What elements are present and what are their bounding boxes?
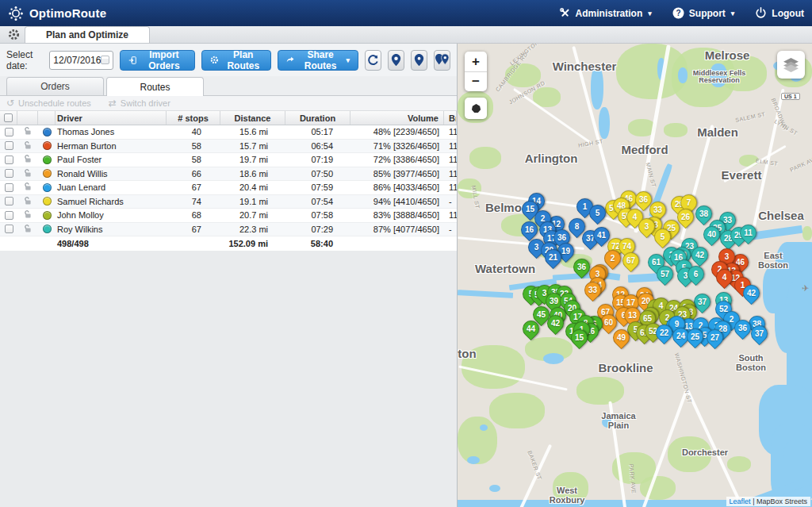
plan-routes-button[interactable]: Plan Routes (201, 50, 271, 71)
map-water-area (489, 485, 500, 492)
map-street-label: LYNN ST (773, 118, 799, 136)
map-park-area (462, 345, 525, 389)
pin-star-button[interactable] (388, 50, 404, 71)
row-checkbox[interactable] (5, 156, 13, 164)
total-distance: 152.09 mi (220, 239, 285, 248)
select-all-checkbox[interactable] (4, 113, 13, 122)
brand-text: OptimoRoute (29, 6, 106, 20)
zoom-in-button[interactable]: + (465, 52, 487, 71)
routes-action-bar: ↺ Unschedule routes ⇄ Switch driver (0, 96, 457, 111)
route-row[interactable]: John Molloy6820.7 mi07:5883% [3888/4650]… (0, 209, 457, 223)
logout-button[interactable]: Logout (755, 7, 804, 19)
layers-button[interactable] (777, 51, 805, 79)
map-park-area (664, 123, 688, 137)
zoom-out-button[interactable]: − (465, 71, 487, 91)
map-water-area (678, 67, 688, 83)
import-orders-button[interactable]: Import Orders (120, 50, 195, 71)
row-checkbox[interactable] (5, 169, 13, 178)
map-water-area (783, 440, 812, 504)
map-pin[interactable]: 37 (748, 322, 772, 346)
col-distance[interactable]: Distance (220, 111, 285, 125)
route-row[interactable]: Roy Wilkins6722.3 mi07:2987% [4077/4650]… (0, 223, 457, 237)
toolbar: Select date: 12/07/2016 Import Orders (0, 44, 457, 76)
tab-orders[interactable]: Orders (6, 77, 104, 95)
select-date-label: Select date: (6, 49, 43, 71)
menu-support[interactable]: ? Support ▾ (672, 7, 735, 19)
route-color-dot (43, 225, 52, 233)
map-water-area (467, 456, 480, 464)
row-checkbox[interactable] (5, 141, 13, 150)
module-tabstrip: Plan and Optimize (0, 26, 812, 44)
unlock-icon (23, 209, 33, 221)
tab-plan-and-optimize[interactable]: Plan and Optimize (25, 26, 150, 43)
unschedule-routes-button[interactable]: ↺ Unschedule routes (6, 98, 91, 109)
row-checkbox[interactable] (5, 128, 13, 136)
layers-icon (783, 57, 799, 72)
left-panel-filler (0, 251, 457, 507)
polygon-select-button[interactable] (465, 98, 487, 119)
map-park-area (802, 226, 812, 240)
import-icon (128, 55, 136, 66)
map-park-area (668, 436, 711, 472)
power-icon (755, 7, 767, 19)
unlock-icon (23, 168, 33, 179)
total-stops: 498/498 (56, 239, 167, 248)
chevron-down-icon: ▾ (648, 10, 652, 17)
leaflet-link[interactable]: Leaflet (730, 497, 751, 505)
map-water-area (710, 63, 727, 87)
map-street-label: PARK AVE (789, 155, 812, 172)
route-color-dot (43, 183, 52, 192)
route-color-dot (43, 128, 52, 136)
route-row[interactable]: Ronald Willis6618.6 mi07:5085% [3977/465… (0, 167, 457, 182)
map[interactable]: + − US 1 ✈ WinchesterMelroseMiddlesex Fe… (458, 44, 812, 507)
row-checkbox[interactable] (5, 183, 13, 192)
route-row[interactable]: Samuel Richards7419.1 mi07:5494% [4410/4… (0, 195, 457, 209)
share-arrow-icon (286, 55, 294, 65)
row-checkbox[interactable] (5, 197, 13, 205)
col-volume[interactable]: Volume (350, 111, 444, 125)
map-street-label: SALEM ST (735, 111, 766, 123)
pin-icon (413, 53, 425, 67)
col-break[interactable]: Break (444, 111, 457, 125)
col-stops[interactable]: # stops (167, 111, 220, 125)
calendar-icon[interactable] (101, 56, 109, 64)
menu-administration[interactable]: Administration ▾ (559, 7, 652, 19)
route-row[interactable]: Paul Foster5819.7 mi07:1972% [3386/4650]… (0, 153, 457, 167)
col-driver[interactable]: Driver (56, 111, 167, 125)
refresh-button[interactable] (365, 50, 381, 71)
unlock-icon (23, 196, 33, 207)
unlock-icon (23, 154, 33, 165)
totals-row: 498/498 152.09 mi 58:40 (0, 236, 457, 251)
row-checkbox[interactable] (5, 211, 13, 220)
route-row[interactable]: Thomas Jones4015.6 mi05:1748% [2239/4650… (0, 125, 457, 140)
date-value: 12/07/2016 (53, 55, 101, 66)
switch-driver-button[interactable]: ⇄ Switch driver (109, 98, 170, 109)
map-pin[interactable]: 67 (619, 249, 643, 273)
date-input[interactable]: 12/07/2016 (49, 51, 113, 70)
map-water-area (599, 107, 610, 139)
unlock-icon (23, 140, 33, 152)
tab-routes[interactable]: Routes (106, 77, 204, 96)
map-water-area (543, 353, 564, 364)
optimoroute-app: OptimoRoute Administration ▾ ? Support ▾ (0, 0, 812, 507)
pin-button[interactable] (411, 50, 427, 71)
map-city-label: Chelsea (758, 209, 804, 222)
settings-gear-icon[interactable] (8, 25, 20, 43)
airport-icon: ✈ (802, 283, 809, 294)
route-row[interactable]: Juan Lenard6720.4 mi07:5986% [4033/4650]… (0, 181, 457, 195)
route-row[interactable]: Herman Burton5815.7 mi06:5471% [3326/465… (0, 140, 457, 154)
map-water-area (591, 66, 603, 109)
map-pin[interactable]: 57 (653, 263, 677, 286)
map-city-label: Winchester (553, 60, 617, 73)
row-checkbox[interactable] (5, 225, 13, 233)
share-routes-button[interactable]: Share Routes ▾ (278, 50, 358, 71)
pins-pair-button[interactable] (434, 50, 450, 71)
question-icon: ? (672, 7, 684, 19)
switch-icon: ⇄ (109, 98, 117, 109)
col-duration[interactable]: Duration (285, 111, 350, 125)
unlock-icon (23, 224, 33, 235)
unlock-icon (23, 182, 33, 193)
map-park-area (469, 147, 501, 169)
map-park-area (576, 377, 624, 405)
map-pin[interactable]: 42 (740, 282, 764, 305)
